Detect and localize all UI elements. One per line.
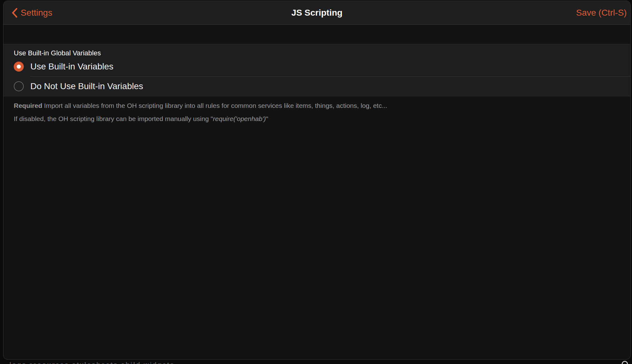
note-text-suffix: " xyxy=(266,115,268,122)
parameter-description: Required Import all variables from the O… xyxy=(14,101,618,123)
parameter-group: Use Built-in Global Variables Use Built-… xyxy=(3,44,630,96)
chevron-left-icon xyxy=(12,8,18,18)
note-text-prefix: If disabled, the OH scripting library ca… xyxy=(14,115,213,122)
note-code-snippet: require('openhab') xyxy=(213,115,266,122)
required-description-text: Import all variables from the OH scripti… xyxy=(42,102,387,109)
back-button[interactable]: Settings xyxy=(12,8,52,18)
parameter-label: Use Built-in Global Variables xyxy=(14,49,630,57)
backdrop-clipped-text-fragment: logs resources stylesheets child widgets xyxy=(9,361,175,364)
radio-selected-icon[interactable] xyxy=(14,62,24,72)
screen: logs resources stylesheets child widgets… xyxy=(0,0,632,364)
save-button[interactable]: Save (Ctrl-S) xyxy=(576,8,627,18)
radio-option-use-builtin[interactable]: Use Built-in Variables xyxy=(3,57,630,76)
page-title: JS Scripting xyxy=(291,8,342,18)
radio-option-label: Do Not Use Built-in Variables xyxy=(30,81,143,91)
js-scripting-config-dialog: Settings JS Scripting Save (Ctrl-S) Use … xyxy=(3,1,631,360)
description-line-note: If disabled, the OH scripting library ca… xyxy=(14,114,618,123)
back-button-label: Settings xyxy=(21,8,52,18)
page-top-spacer xyxy=(3,25,630,44)
description-line-required: Required Import all variables from the O… xyxy=(14,101,618,110)
backdrop-clipped-text: logs resources stylesheets child widgets xyxy=(9,361,297,364)
required-badge-text: Required xyxy=(14,102,42,109)
radio-option-no-builtin[interactable]: Do Not Use Built-in Variables xyxy=(3,77,630,96)
radio-option-label: Use Built-in Variables xyxy=(30,62,114,72)
radio-unselected-icon[interactable] xyxy=(14,81,24,91)
backdrop-partial-circle-glyph xyxy=(622,361,628,364)
navbar: Settings JS Scripting Save (Ctrl-S) xyxy=(3,1,630,25)
